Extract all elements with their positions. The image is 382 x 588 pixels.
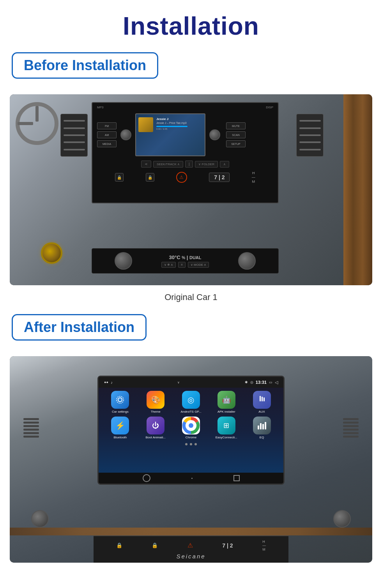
after-vent-right bbox=[343, 418, 359, 438]
climate-knob-left[interactable] bbox=[115, 252, 132, 270]
folder-down[interactable]: ∨ FOLDER bbox=[195, 161, 218, 168]
android-navbar bbox=[99, 473, 283, 484]
disp-label: DISP bbox=[266, 106, 273, 109]
svg-rect-9 bbox=[260, 423, 262, 429]
theme-label: Theme bbox=[151, 410, 161, 413]
wifi-indicator: ●● bbox=[104, 380, 108, 384]
easyconnect-label: EasyConnecti... bbox=[216, 436, 237, 439]
before-installation-label: Before Installation bbox=[24, 57, 146, 73]
app-row-2: ⚡ Bluetooth ⏻ Boot Animati... bbox=[103, 417, 279, 439]
lock2-icon: 🔒 bbox=[146, 173, 154, 182]
after-climate-knob-left[interactable] bbox=[31, 510, 49, 528]
app-row-1: Car settings 🎨 Theme ◎ bbox=[103, 391, 279, 413]
chrome-label: Chrome bbox=[186, 436, 196, 439]
track-up[interactable]: SEEK/TRACK ∧ bbox=[153, 161, 183, 168]
android-screen: ●● ♪ ∨ ✱ ◎ 13:31 ▭ ◁ bbox=[97, 376, 285, 485]
after-installation-badge: After Installation bbox=[12, 314, 147, 341]
svg-rect-11 bbox=[265, 422, 266, 429]
svg-point-7 bbox=[189, 423, 193, 428]
temp-display-after: 7 | 2 bbox=[222, 542, 233, 549]
app-chrome[interactable]: Chrome bbox=[177, 417, 205, 439]
clim-mode-down[interactable]: ∨ ❄ ∧ bbox=[161, 262, 176, 268]
warning-triangle: ⚠ bbox=[187, 542, 193, 549]
car-settings-icon bbox=[111, 391, 129, 409]
am-btn[interactable]: AM bbox=[97, 131, 117, 138]
aux-label: AUX bbox=[258, 410, 265, 413]
lock1-icon: 🔒 bbox=[115, 173, 124, 182]
track-name: Jessie J – Price Tae.mp3 bbox=[156, 122, 202, 124]
before-screen: Jessie J Jessie J – Price Tae.mp3 0:00 /… bbox=[135, 113, 205, 156]
page-title: Installation bbox=[123, 12, 259, 41]
apk-icon: 🤖 bbox=[218, 391, 235, 409]
apk-label: APK installer bbox=[218, 410, 235, 413]
androids-icon: ◎ bbox=[182, 391, 200, 409]
back-button[interactable]: ◁ bbox=[275, 380, 278, 385]
before-installation-badge: Before Installation bbox=[12, 52, 158, 79]
after-installation-label: After Installation bbox=[24, 319, 134, 335]
warning-icon: ⚠ bbox=[176, 172, 187, 183]
after-installation-image: ●● ♪ ∨ ✱ ◎ 13:31 ▭ ◁ bbox=[10, 356, 372, 563]
right-knob[interactable] bbox=[209, 129, 220, 140]
android-home-area: Car settings 🎨 Theme ◎ bbox=[99, 388, 283, 473]
svg-rect-10 bbox=[262, 424, 264, 429]
app-androids[interactable]: ◎ AndroiTS GP... bbox=[177, 391, 205, 413]
bluetooth-status: ✱ bbox=[245, 380, 248, 384]
lock-icon-2: 🔒 bbox=[152, 542, 158, 548]
hm-after: H—M bbox=[262, 540, 266, 551]
after-bottom-strip: 🔒 🔒 ⚠ 7 | 2 H—M Seicane bbox=[94, 535, 288, 563]
chrome-icon bbox=[182, 417, 200, 434]
track-artist: Jessie J bbox=[156, 117, 202, 121]
app-eq[interactable]: EQ bbox=[248, 417, 276, 439]
gps-status: ◎ bbox=[250, 380, 253, 384]
boot-label: Boot Animati... bbox=[145, 436, 166, 439]
image-caption: Original Car 1 bbox=[164, 292, 218, 302]
scan-btn[interactable]: SCAN bbox=[226, 131, 246, 138]
home-nav-btn[interactable] bbox=[143, 474, 150, 482]
easyconnect-icon: ⊞ bbox=[218, 417, 235, 434]
temp-display: 7 | 2 bbox=[209, 173, 230, 182]
lock-icon-1: 🔒 bbox=[116, 542, 122, 548]
mp3-label: MP3 bbox=[97, 106, 103, 109]
app-boot[interactable]: ⏻ Boot Animati... bbox=[141, 417, 170, 439]
bluetooth-label: Bluetooth bbox=[113, 436, 127, 439]
app-car-settings[interactable]: Car settings bbox=[106, 391, 134, 413]
eq-label: EQ bbox=[260, 436, 264, 439]
seek-back[interactable]: ⋖ bbox=[141, 161, 151, 168]
app-easyconnect[interactable]: ⊞ EasyConnecti... bbox=[212, 417, 241, 439]
svg-rect-8 bbox=[258, 426, 259, 429]
battery-icon: ▭ bbox=[269, 380, 272, 384]
after-vent-left bbox=[23, 418, 39, 438]
time-display: 13:31 bbox=[256, 380, 267, 385]
wood-trim-right bbox=[343, 94, 372, 285]
app-apk[interactable]: 🤖 APK installer bbox=[212, 391, 241, 413]
car-settings-label: Car settings bbox=[112, 410, 129, 413]
folder-sep: | bbox=[185, 161, 193, 168]
climate-knob-right[interactable] bbox=[238, 252, 256, 270]
folder-up[interactable]: ∧ bbox=[220, 161, 229, 168]
clim-mode-up[interactable]: ∨ MODE ∧ bbox=[188, 262, 209, 268]
app-bluetooth[interactable]: ⚡ Bluetooth bbox=[106, 417, 134, 439]
bluetooth-icon: ⚡ bbox=[111, 417, 129, 434]
recent-nav-btn[interactable] bbox=[233, 475, 240, 481]
svg-point-0 bbox=[118, 398, 122, 402]
seicane-brand: Seicane bbox=[176, 553, 205, 560]
boot-icon: ⏻ bbox=[147, 417, 164, 434]
after-climate-knob-right[interactable] bbox=[333, 510, 351, 528]
mute-btn[interactable]: MUTE bbox=[226, 122, 246, 129]
app-theme[interactable]: 🎨 Theme bbox=[141, 391, 170, 413]
svg-point-1 bbox=[117, 396, 124, 403]
androids-label: AndroiTS GP... bbox=[181, 410, 202, 413]
media-btn[interactable]: MEDIA bbox=[97, 140, 117, 147]
eq-icon bbox=[253, 417, 271, 434]
app-aux[interactable]: AUX bbox=[248, 391, 276, 413]
hm-label: H—M bbox=[252, 171, 255, 184]
fm-btn[interactable]: FM bbox=[97, 122, 117, 129]
bottom-controls: 🔒 🔒 ⚠ 7 | 2 H—M bbox=[94, 540, 288, 551]
before-installation-image: MP3 DISP FM AM MEDIA bbox=[10, 94, 372, 285]
start-button[interactable] bbox=[41, 242, 62, 264]
svg-rect-4 bbox=[264, 397, 265, 401]
left-knob[interactable] bbox=[120, 129, 131, 140]
setup-btn[interactable]: SETUP bbox=[226, 140, 246, 147]
svg-rect-3 bbox=[262, 397, 263, 401]
clim-fan[interactable]: ≡ bbox=[178, 262, 186, 268]
